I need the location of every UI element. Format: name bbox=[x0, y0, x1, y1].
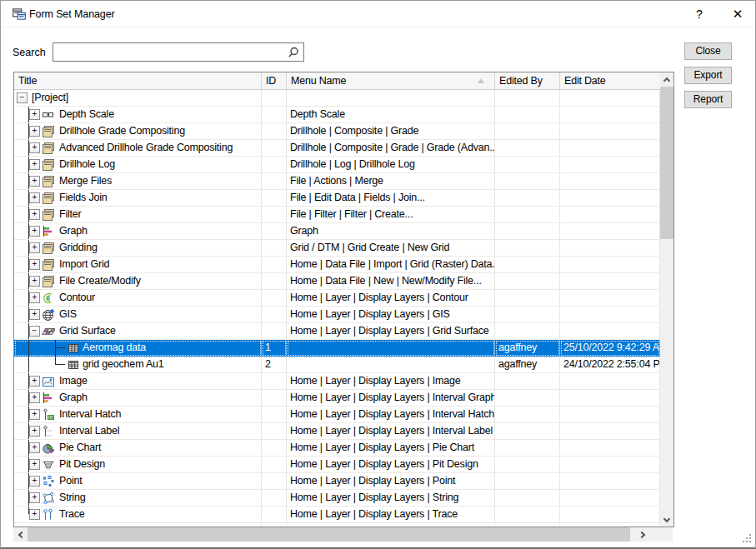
expand-button[interactable]: + bbox=[29, 192, 40, 203]
edit-date-cell bbox=[560, 290, 660, 307]
edited-by-cell bbox=[495, 257, 560, 273]
graph-icon bbox=[42, 392, 55, 405]
horizontal-scrollbar-thumb[interactable] bbox=[28, 527, 630, 542]
table-row[interactable]: +ImageHome | Layer | Display Layers | Im… bbox=[14, 373, 660, 390]
table-row[interactable]: +StringHome | Layer | Display Layers | S… bbox=[14, 490, 660, 507]
search-input[interactable] bbox=[53, 42, 304, 62]
table-row[interactable]: +Merge FilesFile | Actions | Merge bbox=[14, 173, 660, 190]
id-cell bbox=[262, 140, 287, 157]
table-row[interactable]: +GraphHome | Layer | Display Layers | In… bbox=[14, 390, 660, 407]
scroll-right-button[interactable] bbox=[637, 527, 650, 542]
row-title: String bbox=[57, 490, 88, 506]
table-row[interactable]: +Interval LabelHome | Layer | Display La… bbox=[14, 423, 660, 440]
menu-name-cell: File | Actions | Merge bbox=[287, 173, 495, 190]
expand-button[interactable]: + bbox=[29, 492, 40, 503]
expand-button[interactable]: + bbox=[29, 392, 40, 403]
window-close-button[interactable]: ✕ bbox=[728, 4, 748, 24]
horizontal-scrollbar[interactable] bbox=[13, 527, 673, 542]
tree-line bbox=[55, 347, 65, 348]
table-row[interactable]: +Drillhole Grade CompositingDrillhole | … bbox=[14, 123, 660, 140]
form-icon bbox=[42, 275, 55, 288]
table-row[interactable]: +TraceHome | Layer | Display Layers | Tr… bbox=[14, 507, 660, 523]
menu-name-cell-value: Home | Layer | Display Layers | Pit Desi… bbox=[287, 457, 494, 472]
collapse-button[interactable]: − bbox=[29, 326, 40, 337]
column-header-title[interactable]: Title bbox=[14, 72, 262, 89]
table-row[interactable]: +PointHome | Layer | Display Layers | Po… bbox=[14, 473, 660, 490]
scroll-up-button[interactable] bbox=[660, 72, 673, 86]
table-row[interactable]: +Pie ChartHome | Layer | Display Layers … bbox=[14, 440, 660, 457]
export-button[interactable]: Export bbox=[684, 67, 732, 84]
resize-grip-icon[interactable] bbox=[742, 533, 753, 544]
table-row[interactable]: −Grid SurfaceHome | Layer | Display Laye… bbox=[14, 323, 660, 340]
collapse-button[interactable]: − bbox=[17, 92, 28, 103]
scroll-left-button[interactable] bbox=[13, 527, 27, 542]
edit-date-cell bbox=[560, 390, 660, 407]
edit-date-cell bbox=[560, 507, 660, 523]
table-row[interactable]: Aeromag data1agaffney25/10/2022 9:42:29 … bbox=[14, 340, 660, 357]
table-row[interactable]: +FilterFile | Filter | Filter | Create..… bbox=[14, 207, 660, 223]
expand-button[interactable]: + bbox=[29, 459, 40, 470]
expand-button[interactable]: + bbox=[29, 442, 40, 453]
title-cell: +Graph bbox=[14, 223, 262, 240]
table-row[interactable]: +File Create/ModifyHome | Data File | Ne… bbox=[14, 273, 660, 290]
id-cell bbox=[262, 90, 287, 107]
edited-by-cell bbox=[495, 157, 560, 173]
expand-button[interactable]: + bbox=[29, 259, 40, 270]
close-button[interactable]: Close bbox=[684, 42, 732, 60]
id-cell: 1 bbox=[262, 340, 287, 357]
expand-button[interactable]: + bbox=[29, 209, 40, 220]
expand-button[interactable]: + bbox=[29, 476, 40, 487]
table-row[interactable]: +Fields JoinFile | Edit Data | Fields | … bbox=[14, 190, 660, 207]
menu-name-cell-value: Home | Data File | Import | Grid (Raster… bbox=[287, 257, 494, 272]
menu-name-cell: Drillhole | Composite | Grade | Grade (A… bbox=[287, 140, 495, 157]
table-row[interactable]: +GriddingGrid / DTM | Grid Create | New … bbox=[14, 240, 660, 257]
menu-name-cell-value: Home | Layer | Display Layers | Trace bbox=[287, 507, 494, 522]
column-header-edit-date[interactable]: Edit Date bbox=[560, 72, 660, 89]
menu-name-cell-value: Drillhole | Composite | Grade | Grade (A… bbox=[287, 140, 494, 156]
expand-button[interactable]: + bbox=[29, 242, 40, 253]
expand-button[interactable]: + bbox=[29, 159, 40, 170]
row-title: Import Grid bbox=[57, 257, 112, 272]
expand-button[interactable]: + bbox=[29, 126, 40, 137]
table-row[interactable]: +Import GridHome | Data File | Import | … bbox=[14, 257, 660, 273]
table-row[interactable]: +Advanced Drillhole Grade CompositingDri… bbox=[14, 140, 660, 157]
table-row[interactable]: +Depth ScaleDepth Scale bbox=[14, 107, 660, 123]
table-row[interactable]: +GISHome | Layer | Display Layers | GIS bbox=[14, 307, 660, 323]
menu-name-cell-value: Home | Layer | Display Layers | String bbox=[287, 490, 494, 506]
vertical-scrollbar-thumb[interactable] bbox=[660, 87, 673, 239]
column-header-id[interactable]: ID bbox=[262, 72, 287, 89]
edit-date-cell bbox=[560, 407, 660, 423]
expand-button[interactable]: + bbox=[29, 409, 40, 420]
expand-button[interactable]: + bbox=[29, 226, 40, 237]
column-header-edited-by[interactable]: Edited By bbox=[495, 72, 560, 89]
expand-button[interactable]: + bbox=[29, 292, 40, 303]
table-row[interactable]: +ContourHome | Layer | Display Layers | … bbox=[14, 290, 660, 307]
expand-button[interactable]: + bbox=[29, 276, 40, 287]
expand-button[interactable]: + bbox=[29, 176, 40, 187]
row-title: Depth Scale bbox=[57, 107, 117, 122]
table-row[interactable]: grid geochem Au12agaffney24/10/2022 2:55… bbox=[14, 357, 660, 373]
vertical-scrollbar[interactable] bbox=[660, 72, 673, 527]
report-button[interactable]: Report bbox=[684, 91, 732, 108]
column-header-menu-name[interactable]: Menu Name bbox=[287, 72, 495, 89]
table-row[interactable]: +Interval HatchHome | Layer | Display La… bbox=[14, 407, 660, 423]
expand-button[interactable]: + bbox=[29, 509, 40, 520]
id-cell bbox=[262, 107, 287, 123]
expand-button[interactable]: + bbox=[29, 142, 40, 153]
title-cell: +Fields Join bbox=[14, 190, 262, 207]
table-row[interactable]: +Drillhole LogDrillhole | Log | Drillhol… bbox=[14, 157, 660, 173]
table-row[interactable]: +GraphGraph bbox=[14, 223, 660, 240]
id-cell bbox=[262, 190, 287, 207]
scroll-down-button[interactable] bbox=[660, 513, 673, 527]
table-row[interactable]: +Pit DesignHome | Layer | Display Layers… bbox=[14, 457, 660, 473]
filler-cell bbox=[287, 523, 495, 526]
menu-name-cell-value: Home | Layer | Display Layers | Point bbox=[287, 473, 494, 489]
menu-name-cell: Home | Layer | Display Layers | Interval… bbox=[287, 407, 495, 423]
expand-button[interactable]: + bbox=[29, 426, 40, 437]
help-button[interactable]: ? bbox=[691, 5, 708, 23]
expand-button[interactable]: + bbox=[29, 376, 40, 387]
title-cell: +Image bbox=[14, 373, 262, 390]
expand-button[interactable]: + bbox=[29, 309, 40, 320]
table-row[interactable]: −[Project] bbox=[14, 90, 660, 107]
expand-button[interactable]: + bbox=[29, 109, 40, 120]
